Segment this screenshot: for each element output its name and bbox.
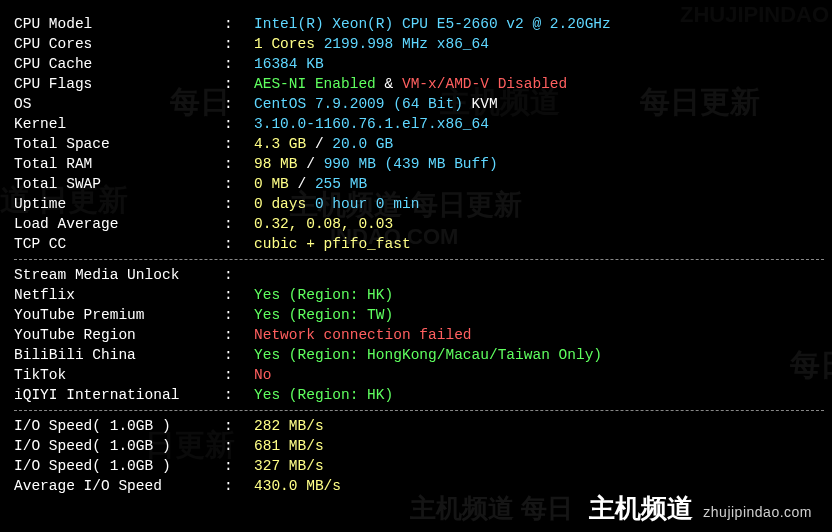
row-label: TikTok: [14, 365, 224, 385]
row-value: 98 MB / 990 MB (439 MB Buff): [254, 154, 498, 174]
row-separator: :: [224, 476, 254, 496]
row-separator: :: [224, 134, 254, 154]
terminal-row: Total Space: 4.3 GB / 20.0 GB: [14, 134, 818, 154]
row-separator: :: [224, 154, 254, 174]
row-separator: :: [224, 214, 254, 234]
terminal-row: TikTok: No: [14, 365, 818, 385]
row-label: Stream Media Unlock: [14, 265, 224, 285]
terminal-row: OS: CentOS 7.9.2009 (64 Bit) KVM: [14, 94, 818, 114]
terminal-row: CPU Model: Intel(R) Xeon(R) CPU E5-2660 …: [14, 14, 818, 34]
stream-header-row: Stream Media Unlock:: [14, 265, 818, 285]
row-value: CentOS 7.9.2009 (64 Bit) KVM: [254, 94, 498, 114]
row-separator: :: [224, 14, 254, 34]
row-separator: :: [224, 234, 254, 254]
row-label: YouTube Premium: [14, 305, 224, 325]
section-separator: [14, 410, 824, 411]
row-label: I/O Speed( 1.0GB ): [14, 436, 224, 456]
row-label: CPU Model: [14, 14, 224, 34]
row-separator: :: [224, 285, 254, 305]
row-label: I/O Speed( 1.0GB ): [14, 416, 224, 436]
row-label: I/O Speed( 1.0GB ): [14, 456, 224, 476]
row-value: 0 MB / 255 MB: [254, 174, 367, 194]
row-label: TCP CC: [14, 234, 224, 254]
banner-sub-text: zhujipindao.com: [703, 502, 812, 522]
terminal-row: Total SWAP: 0 MB / 255 MB: [14, 174, 818, 194]
row-value: AES-NI Enabled & VM-x/AMD-V Disabled: [254, 74, 567, 94]
terminal-row: BiliBili China: Yes (Region: HongKong/Ma…: [14, 345, 818, 365]
row-label: Total Space: [14, 134, 224, 154]
row-value: No: [254, 365, 271, 385]
row-label: Netflix: [14, 285, 224, 305]
row-value: 3.10.0-1160.76.1.el7.x86_64: [254, 114, 489, 134]
section-separator: [14, 259, 824, 260]
row-separator: :: [224, 34, 254, 54]
row-label: OS: [14, 94, 224, 114]
row-separator: :: [224, 94, 254, 114]
terminal-row: TCP CC: cubic + pfifo_fast: [14, 234, 818, 254]
terminal-row: Load Average: 0.32, 0.08, 0.03: [14, 214, 818, 234]
row-value: 4.3 GB / 20.0 GB: [254, 134, 393, 154]
row-label: Load Average: [14, 214, 224, 234]
row-value: cubic + pfifo_fast: [254, 234, 411, 254]
row-value: 1 Cores 2199.998 MHz x86_64: [254, 34, 489, 54]
row-separator: :: [224, 114, 254, 134]
row-separator: :: [224, 265, 254, 285]
row-label: CPU Flags: [14, 74, 224, 94]
row-value: 282 MB/s: [254, 416, 324, 436]
row-separator: :: [224, 174, 254, 194]
row-value: Intel(R) Xeon(R) CPU E5-2660 v2 @ 2.20GH…: [254, 14, 611, 34]
terminal-output: CPU Model: Intel(R) Xeon(R) CPU E5-2660 …: [14, 14, 818, 496]
row-label: BiliBili China: [14, 345, 224, 365]
terminal-row: CPU Flags: AES-NI Enabled & VM-x/AMD-V D…: [14, 74, 818, 94]
row-value: Network connection failed: [254, 325, 472, 345]
row-separator: :: [224, 345, 254, 365]
row-value: 327 MB/s: [254, 456, 324, 476]
row-separator: :: [224, 74, 254, 94]
terminal-row: Uptime: 0 days 0 hour 0 min: [14, 194, 818, 214]
row-label: CPU Cores: [14, 34, 224, 54]
terminal-row: CPU Cache: 16384 KB: [14, 54, 818, 74]
row-separator: :: [224, 54, 254, 74]
row-separator: :: [224, 325, 254, 345]
terminal-row: iQIYI International: Yes (Region: HK): [14, 385, 818, 405]
terminal-row: Netflix: Yes (Region: HK): [14, 285, 818, 305]
row-label: CPU Cache: [14, 54, 224, 74]
row-value: 0 days 0 hour 0 min: [254, 194, 419, 214]
row-value: Yes (Region: HongKong/Macau/Taiwan Only): [254, 345, 602, 365]
row-label: Total SWAP: [14, 174, 224, 194]
row-label: YouTube Region: [14, 325, 224, 345]
terminal-row: I/O Speed( 1.0GB ): 681 MB/s: [14, 436, 818, 456]
terminal-row: I/O Speed( 1.0GB ): 327 MB/s: [14, 456, 818, 476]
banner-main-text: 主机频道: [589, 498, 693, 518]
row-label: Total RAM: [14, 154, 224, 174]
row-value: Yes (Region: TW): [254, 305, 393, 325]
row-separator: :: [224, 456, 254, 476]
row-label: iQIYI International: [14, 385, 224, 405]
row-value: Yes (Region: HK): [254, 385, 393, 405]
row-label: Kernel: [14, 114, 224, 134]
row-label: Average I/O Speed: [14, 476, 224, 496]
brand-banner: 主机频道 每日 主机频道 zhujipindao.com: [0, 498, 832, 522]
row-label: Uptime: [14, 194, 224, 214]
row-separator: :: [224, 416, 254, 436]
row-separator: :: [224, 365, 254, 385]
terminal-row: I/O Speed( 1.0GB ): 282 MB/s: [14, 416, 818, 436]
terminal-row: Total RAM: 98 MB / 990 MB (439 MB Buff): [14, 154, 818, 174]
terminal-row: Kernel: 3.10.0-1160.76.1.el7.x86_64: [14, 114, 818, 134]
row-separator: :: [224, 436, 254, 456]
row-value: 430.0 MB/s: [254, 476, 341, 496]
terminal-row: YouTube Region: Network connection faile…: [14, 325, 818, 345]
row-value: 681 MB/s: [254, 436, 324, 456]
row-separator: :: [224, 305, 254, 325]
row-separator: :: [224, 385, 254, 405]
banner-faint-text: 主机频道 每日: [410, 498, 573, 518]
row-value: Yes (Region: HK): [254, 285, 393, 305]
row-value: 16384 KB: [254, 54, 324, 74]
row-value: 0.32, 0.08, 0.03: [254, 214, 393, 234]
terminal-row: YouTube Premium: Yes (Region: TW): [14, 305, 818, 325]
row-separator: :: [224, 194, 254, 214]
terminal-row: CPU Cores: 1 Cores 2199.998 MHz x86_64: [14, 34, 818, 54]
terminal-row: Average I/O Speed: 430.0 MB/s: [14, 476, 818, 496]
